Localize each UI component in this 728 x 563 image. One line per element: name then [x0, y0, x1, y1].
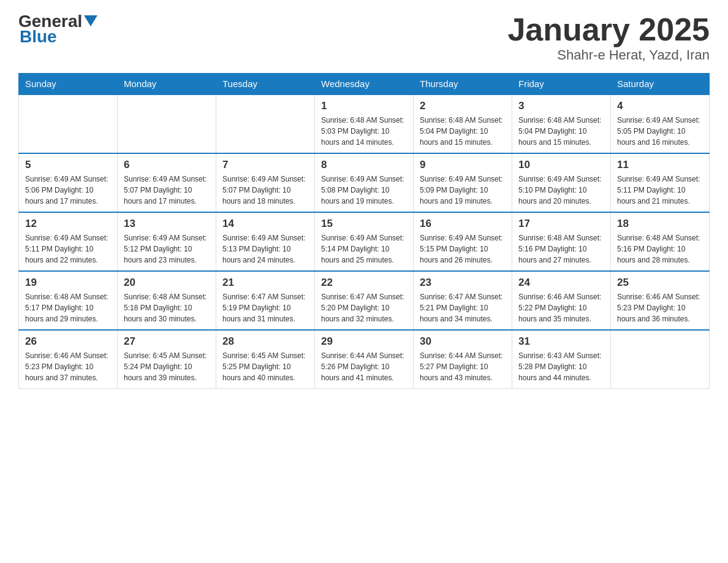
- day-info: Sunrise: 6:48 AM Sunset: 5:03 PM Dayligh…: [321, 115, 407, 148]
- logo-blue-text: Blue: [20, 27, 57, 46]
- day-info: Sunrise: 6:44 AM Sunset: 5:27 PM Dayligh…: [420, 350, 506, 383]
- calendar-cell: 2Sunrise: 6:48 AM Sunset: 5:04 PM Daylig…: [414, 94, 512, 153]
- calendar-cell: 12Sunrise: 6:49 AM Sunset: 5:11 PM Dayli…: [19, 212, 118, 271]
- calendar-cell: 9Sunrise: 6:49 AM Sunset: 5:09 PM Daylig…: [414, 153, 512, 212]
- day-info: Sunrise: 6:49 AM Sunset: 5:13 PM Dayligh…: [222, 232, 308, 266]
- calendar-cell: 3Sunrise: 6:48 AM Sunset: 5:04 PM Daylig…: [512, 94, 611, 153]
- weekday-header-row: SundayMondayTuesdayWednesdayThursdayFrid…: [19, 74, 710, 95]
- day-number: 1: [321, 100, 407, 112]
- day-number: 23: [420, 277, 506, 289]
- day-number: 10: [518, 159, 604, 171]
- day-info: Sunrise: 6:48 AM Sunset: 5:04 PM Dayligh…: [420, 115, 506, 148]
- day-number: 26: [25, 335, 111, 348]
- day-info: Sunrise: 6:49 AM Sunset: 5:14 PM Dayligh…: [321, 232, 407, 266]
- day-number: 31: [518, 335, 604, 348]
- calendar-cell: 22Sunrise: 6:47 AM Sunset: 5:20 PM Dayli…: [315, 271, 414, 330]
- day-info: Sunrise: 6:47 AM Sunset: 5:19 PM Dayligh…: [222, 291, 308, 324]
- day-number: 13: [124, 218, 210, 230]
- day-number: 16: [420, 218, 506, 230]
- logo-triangle-icon: [84, 15, 97, 26]
- day-number: 11: [617, 159, 703, 171]
- logo: General Blue: [18, 12, 97, 45]
- day-info: Sunrise: 6:47 AM Sunset: 5:20 PM Dayligh…: [321, 291, 407, 324]
- calendar-cell: 29Sunrise: 6:44 AM Sunset: 5:26 PM Dayli…: [315, 330, 414, 389]
- calendar-cell: 10Sunrise: 6:49 AM Sunset: 5:10 PM Dayli…: [512, 153, 611, 212]
- weekday-header-monday: Monday: [118, 74, 216, 95]
- weekday-header-thursday: Thursday: [414, 74, 512, 95]
- calendar-cell: 30Sunrise: 6:44 AM Sunset: 5:27 PM Dayli…: [414, 330, 512, 389]
- calendar-week-1: 1Sunrise: 6:48 AM Sunset: 5:03 PM Daylig…: [19, 94, 710, 153]
- day-number: 7: [222, 159, 308, 171]
- day-info: Sunrise: 6:49 AM Sunset: 5:07 PM Dayligh…: [222, 174, 308, 207]
- day-number: 29: [321, 335, 407, 348]
- weekday-header-sunday: Sunday: [19, 74, 118, 95]
- calendar-week-3: 12Sunrise: 6:49 AM Sunset: 5:11 PM Dayli…: [19, 212, 710, 271]
- day-info: Sunrise: 6:49 AM Sunset: 5:15 PM Dayligh…: [420, 232, 506, 266]
- day-number: 21: [222, 277, 308, 289]
- svg-marker-0: [84, 15, 97, 26]
- calendar-cell: 24Sunrise: 6:46 AM Sunset: 5:22 PM Dayli…: [512, 271, 611, 330]
- day-info: Sunrise: 6:49 AM Sunset: 5:05 PM Dayligh…: [617, 115, 703, 148]
- calendar-week-5: 26Sunrise: 6:46 AM Sunset: 5:23 PM Dayli…: [19, 330, 710, 389]
- day-info: Sunrise: 6:49 AM Sunset: 5:08 PM Dayligh…: [321, 174, 407, 207]
- day-info: Sunrise: 6:45 AM Sunset: 5:25 PM Dayligh…: [222, 350, 308, 383]
- day-number: 20: [124, 277, 210, 289]
- calendar-week-4: 19Sunrise: 6:48 AM Sunset: 5:17 PM Dayli…: [19, 271, 710, 330]
- day-number: 27: [124, 335, 210, 348]
- calendar-cell: 26Sunrise: 6:46 AM Sunset: 5:23 PM Dayli…: [19, 330, 118, 389]
- day-number: 5: [25, 159, 111, 171]
- day-number: 6: [124, 159, 210, 171]
- calendar-cell: 25Sunrise: 6:46 AM Sunset: 5:23 PM Dayli…: [611, 271, 710, 330]
- day-info: Sunrise: 6:46 AM Sunset: 5:22 PM Dayligh…: [518, 291, 604, 324]
- day-number: 4: [617, 100, 703, 112]
- calendar-cell: 18Sunrise: 6:48 AM Sunset: 5:16 PM Dayli…: [611, 212, 710, 271]
- day-info: Sunrise: 6:48 AM Sunset: 5:18 PM Dayligh…: [124, 291, 210, 324]
- day-number: 18: [617, 218, 703, 230]
- calendar-cell: 21Sunrise: 6:47 AM Sunset: 5:19 PM Dayli…: [216, 271, 315, 330]
- calendar-cell: 14Sunrise: 6:49 AM Sunset: 5:13 PM Dayli…: [216, 212, 315, 271]
- day-number: 3: [518, 100, 604, 112]
- day-info: Sunrise: 6:49 AM Sunset: 5:09 PM Dayligh…: [420, 174, 506, 207]
- day-info: Sunrise: 6:49 AM Sunset: 5:10 PM Dayligh…: [518, 174, 604, 207]
- calendar-cell: 11Sunrise: 6:49 AM Sunset: 5:11 PM Dayli…: [611, 153, 710, 212]
- calendar-cell: [118, 94, 216, 153]
- day-info: Sunrise: 6:45 AM Sunset: 5:24 PM Dayligh…: [124, 350, 210, 383]
- calendar-cell: 31Sunrise: 6:43 AM Sunset: 5:28 PM Dayli…: [512, 330, 611, 389]
- day-info: Sunrise: 6:49 AM Sunset: 5:07 PM Dayligh…: [124, 174, 210, 207]
- calendar-cell: [216, 94, 315, 153]
- weekday-header-friday: Friday: [512, 74, 611, 95]
- day-info: Sunrise: 6:48 AM Sunset: 5:17 PM Dayligh…: [25, 291, 111, 324]
- weekday-header-saturday: Saturday: [611, 74, 710, 95]
- day-number: 28: [222, 335, 308, 348]
- day-info: Sunrise: 6:47 AM Sunset: 5:21 PM Dayligh…: [420, 291, 506, 324]
- day-info: Sunrise: 6:49 AM Sunset: 5:11 PM Dayligh…: [25, 232, 111, 266]
- calendar-cell: 5Sunrise: 6:49 AM Sunset: 5:06 PM Daylig…: [19, 153, 118, 212]
- day-number: 19: [25, 277, 111, 289]
- calendar-cell: 6Sunrise: 6:49 AM Sunset: 5:07 PM Daylig…: [118, 153, 216, 212]
- day-info: Sunrise: 6:49 AM Sunset: 5:12 PM Dayligh…: [124, 232, 210, 266]
- day-number: 30: [420, 335, 506, 348]
- day-info: Sunrise: 6:49 AM Sunset: 5:11 PM Dayligh…: [617, 174, 703, 207]
- calendar-subtitle: Shahr-e Herat, Yazd, Iran: [507, 47, 710, 63]
- day-number: 8: [321, 159, 407, 171]
- calendar-cell: [19, 94, 118, 153]
- day-number: 22: [321, 277, 407, 289]
- day-number: 9: [420, 159, 506, 171]
- calendar-cell: 8Sunrise: 6:49 AM Sunset: 5:08 PM Daylig…: [315, 153, 414, 212]
- calendar-cell: 20Sunrise: 6:48 AM Sunset: 5:18 PM Dayli…: [118, 271, 216, 330]
- day-info: Sunrise: 6:49 AM Sunset: 5:06 PM Dayligh…: [25, 174, 111, 207]
- weekday-header-tuesday: Tuesday: [216, 74, 315, 95]
- day-info: Sunrise: 6:48 AM Sunset: 5:16 PM Dayligh…: [617, 232, 703, 266]
- calendar-cell: 28Sunrise: 6:45 AM Sunset: 5:25 PM Dayli…: [216, 330, 315, 389]
- calendar-cell: 13Sunrise: 6:49 AM Sunset: 5:12 PM Dayli…: [118, 212, 216, 271]
- title-block: January 2025 Shahr-e Herat, Yazd, Iran: [507, 12, 710, 63]
- calendar-cell: 16Sunrise: 6:49 AM Sunset: 5:15 PM Dayli…: [414, 212, 512, 271]
- day-number: 12: [25, 218, 111, 230]
- calendar-cell: 27Sunrise: 6:45 AM Sunset: 5:24 PM Dayli…: [118, 330, 216, 389]
- calendar-cell: 4Sunrise: 6:49 AM Sunset: 5:05 PM Daylig…: [611, 94, 710, 153]
- calendar-cell: [611, 330, 710, 389]
- weekday-header-wednesday: Wednesday: [315, 74, 414, 95]
- day-number: 24: [518, 277, 604, 289]
- day-info: Sunrise: 6:44 AM Sunset: 5:26 PM Dayligh…: [321, 350, 407, 383]
- day-number: 2: [420, 100, 506, 112]
